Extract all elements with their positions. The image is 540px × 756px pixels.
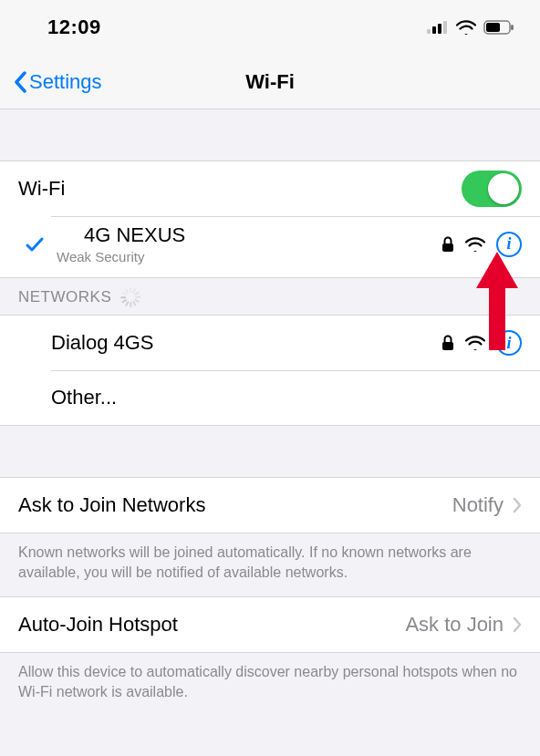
connected-network-name: 4G NEXUS — [57, 223, 441, 247]
back-label: Settings — [29, 70, 102, 94]
ask-join-footer: Known networks will be joined automatica… — [0, 533, 540, 596]
svg-rect-3 — [443, 21, 447, 34]
status-indicators — [427, 20, 514, 35]
battery-icon — [483, 20, 514, 35]
ask-join-value: Notify — [452, 493, 504, 517]
svg-rect-6 — [511, 25, 514, 30]
auto-join-footer: Allow this device to automatically disco… — [0, 653, 540, 716]
svg-rect-0 — [427, 29, 431, 34]
network-name: Dialog 4GS — [51, 331, 441, 355]
chevron-left-icon — [13, 71, 27, 93]
info-icon[interactable]: i — [496, 330, 522, 356]
chevron-right-icon — [513, 497, 522, 513]
svg-rect-8 — [442, 342, 453, 350]
auto-join-group: Auto-Join Hotspot Ask to Join — [0, 596, 540, 653]
svg-rect-1 — [432, 26, 436, 34]
wifi-signal-icon — [465, 336, 485, 350]
lock-icon — [441, 236, 454, 253]
svg-rect-2 — [438, 24, 441, 34]
other-network-label: Other... — [51, 386, 522, 409]
info-icon[interactable]: i — [496, 232, 522, 257]
checkmark-icon — [25, 234, 45, 254]
ask-join-row[interactable]: Ask to Join Networks Notify — [0, 478, 540, 533]
ask-join-group: Ask to Join Networks Notify — [0, 477, 540, 533]
wifi-icon — [456, 20, 476, 35]
chevron-right-icon — [513, 616, 522, 633]
auto-join-row[interactable]: Auto-Join Hotspot Ask to Join — [0, 597, 540, 652]
ask-join-label: Ask to Join Networks — [18, 493, 452, 517]
wifi-group: Wi-Fi 4G NEXUS Weak Security i — [0, 161, 540, 278]
loading-spinner-icon — [120, 287, 140, 307]
svg-rect-5 — [486, 23, 500, 32]
cellular-signal-icon — [427, 21, 449, 34]
nav-bar: Settings Wi-Fi — [0, 55, 540, 109]
svg-rect-7 — [442, 243, 453, 252]
auto-join-label: Auto-Join Hotspot — [18, 613, 405, 637]
wifi-toggle-label: Wi-Fi — [18, 177, 462, 201]
connected-network-row[interactable]: 4G NEXUS Weak Security i — [0, 216, 540, 277]
lock-icon — [441, 335, 454, 351]
networks-header: Networks — [0, 278, 540, 315]
status-bar: 12:09 — [0, 0, 540, 55]
networks-group: Dialog 4GS i Other... — [0, 315, 540, 426]
wifi-toggle[interactable] — [462, 171, 522, 207]
status-time: 12:09 — [47, 16, 101, 39]
networks-header-label: Networks — [18, 288, 111, 306]
wifi-signal-icon — [465, 237, 485, 252]
connected-network-subtitle: Weak Security — [57, 249, 441, 264]
auto-join-value: Ask to Join — [405, 613, 504, 637]
network-row[interactable]: Dialog 4GS i — [0, 316, 540, 370]
back-button[interactable]: Settings — [13, 70, 102, 94]
wifi-toggle-row: Wi-Fi — [0, 161, 540, 216]
other-network-row[interactable]: Other... — [0, 370, 540, 425]
